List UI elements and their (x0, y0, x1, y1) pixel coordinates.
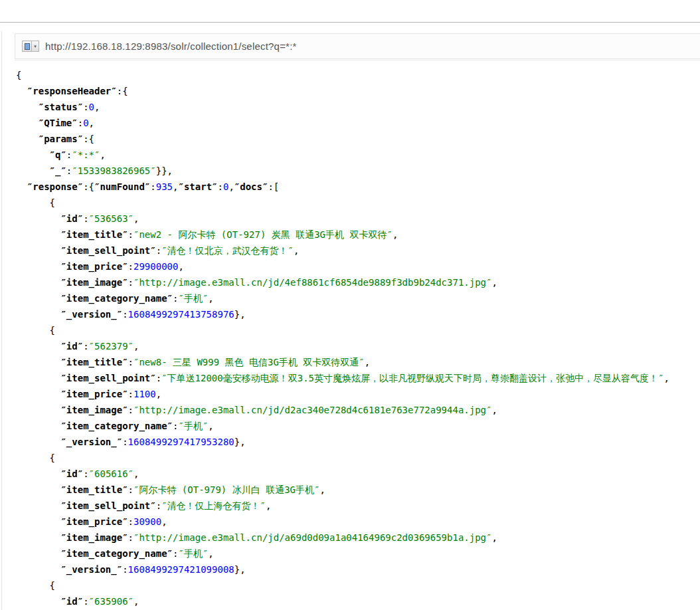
json-line: { (16, 577, 700, 593)
json-line: ″item_title″:″new8- 三星 W999 黑色 电信3G手机 双卡… (16, 354, 700, 370)
json-response: { ″responseHeader″:{ ″status″:0, ″QTime″… (16, 67, 700, 610)
json-line: ″item_category_name″:″手机″, (16, 418, 700, 434)
json-line: ″item_image″:″http://image.e3mall.cn/jd/… (16, 530, 700, 546)
json-line: ″item_sell_point″:″清仓！仅上海仓有货！″, (16, 498, 700, 514)
json-line: ″item_category_name″:″手机″, (16, 546, 700, 561)
json-line: ″params″:{ (16, 131, 700, 147)
json-line: ″QTime″:0, (16, 115, 700, 131)
json-line: ″item_price″:29900000, (16, 258, 700, 274)
json-line: ″item_category_name″:″手机″, (16, 290, 700, 306)
json-line: ″item_sell_point″:″下单送12000毫安移动电源！双3.5英寸… (16, 370, 700, 386)
json-line: ″item_sell_point″:″清仓！仅北京，武汉仓有货！″, (16, 243, 700, 258)
json-line: ″responseHeader″:{ (16, 83, 700, 99)
json-line: ″_version_″:1608499297413758976}, (16, 306, 700, 322)
chevron-down-icon[interactable]: ▾ (32, 41, 39, 52)
json-line: ″q″:″*:*″, (16, 147, 700, 163)
json-line: ″id″:″635906″, (16, 593, 700, 609)
json-line: { (16, 450, 700, 466)
json-line: ″id″:″562379″, (16, 338, 700, 354)
json-line: { (16, 322, 700, 338)
json-line: ″item_price″:1100, (16, 386, 700, 402)
json-line: ″id″:″605616″, (16, 466, 700, 482)
json-line: ″response″:{″numFound″:935,″start″:0,″do… (16, 179, 700, 195)
json-line: ″item_image″:″http://image.e3mall.cn/jd/… (16, 274, 700, 290)
json-line: ″_version_″:1608499297417953280}, (16, 434, 700, 450)
json-line: { (16, 195, 700, 211)
json-line: ″status″:0, (16, 99, 700, 115)
json-line: { (16, 67, 700, 83)
viewport-left-border (1, 31, 2, 610)
json-line: ″_″:″1533983826965″}}, (16, 163, 700, 179)
json-line: ″_version_″:1608499297421099008}, (16, 561, 700, 577)
json-line: ″item_title″:″new2 - 阿尔卡特 (OT-927) 炭黑 联通… (16, 227, 700, 243)
url-text[interactable]: http://192.168.18.129:8983/solr/collecti… (45, 41, 297, 52)
json-line: ″item_title″:″阿尔卡特 (OT-979) 冰川白 联通3G手机″, (16, 482, 700, 498)
json-line: ″item_price″:30900, (16, 514, 700, 530)
page-icon (22, 41, 32, 52)
address-bar[interactable]: ▾ http://192.168.18.129:8983/solr/collec… (15, 33, 700, 59)
address-icon-group: ▾ (22, 41, 39, 52)
json-line: ″item_image″:″http://image.e3mall.cn/jd/… (16, 402, 700, 418)
page-icon-glyph (25, 43, 30, 50)
json-line: ″id″:″536563″, (16, 211, 700, 227)
browser-chrome-divider (0, 22, 700, 23)
